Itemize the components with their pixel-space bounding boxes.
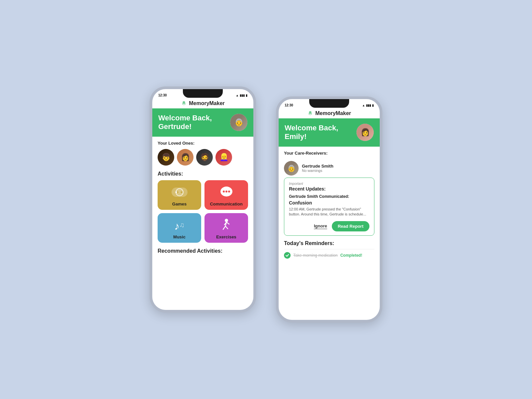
exercises-label: Exercises	[216, 234, 236, 239]
activity-card-exercises[interactable]: Exercises	[204, 213, 248, 243]
hero-avatar-emily[interactable]: 👩	[356, 124, 374, 141]
activity-card-communication[interactable]: Communication	[204, 180, 248, 210]
status-time-1: 12:30	[158, 93, 167, 97]
signal-icon-2: ▮▮▮	[366, 104, 371, 107]
hero-title-1: Welcome Back, Gertrude!	[158, 114, 212, 131]
games-icon-area	[170, 185, 190, 200]
care-receiver-info: Gertrude Smith No warnings	[302, 164, 333, 173]
svg-point-2	[184, 103, 186, 105]
svg-point-24	[309, 113, 310, 115]
status-time-2: 12:30	[285, 103, 293, 107]
signal-icon: ▮▮▮	[240, 94, 245, 97]
wifi-icon-2: ▲	[362, 104, 365, 107]
app-name-2: MemoryMaker	[315, 110, 351, 116]
svg-point-14	[228, 191, 230, 193]
app-logo-1	[181, 100, 187, 106]
read-report-button[interactable]: Read Report	[332, 221, 369, 231]
loved-ones-row: 👦 👩 🧔 👱‍♀️	[158, 149, 248, 166]
important-tag: Important	[289, 182, 369, 186]
walking-icon	[220, 218, 233, 232]
ignore-button[interactable]: Ignore	[314, 223, 327, 229]
svg-line-20	[225, 226, 228, 229]
phone-screen-1: Welcome Back, Gertrude! 👵 Your Loved One…	[152, 108, 253, 310]
svg-line-19	[223, 226, 225, 229]
recommended-label: Recommended Activities:	[158, 248, 248, 254]
music-label: Music	[173, 234, 186, 239]
music-icon: ♪ ♫	[172, 218, 187, 232]
loved-one-2[interactable]: 👩	[177, 149, 194, 166]
hero-header-2: Welcome Back, Emily! 👩	[279, 118, 380, 147]
scroll-content-2: Your Care-Receivers: 👵 Gertrude Smith No…	[279, 147, 380, 320]
phone-gertrude: 12:30 ▲ ▮▮▮ ▮ MemoryMaker Welcome Back, …	[150, 86, 256, 313]
card-actions: Ignore Read Report	[289, 221, 369, 231]
reminders-label: Today's Reminders:	[284, 240, 374, 246]
app-bar-2: MemoryMaker	[279, 108, 380, 118]
recent-updates-title: Recent Updates:	[289, 186, 369, 192]
communication-icon-area	[216, 185, 236, 200]
activity-card-music[interactable]: ♪ ♫ Music	[158, 213, 201, 243]
phone-emily: 12:30 ▲ ▮▮▮ ▮ MemoryMaker Welcome Back, …	[276, 96, 382, 323]
update-sender: Gertrude Smith Communicated:	[289, 194, 369, 199]
loved-one-1[interactable]: 👦	[158, 149, 174, 166]
svg-line-22	[226, 222, 229, 224]
loved-one-3[interactable]: 🧔	[196, 149, 213, 166]
hero-header-1: Welcome Back, Gertrude! 👵	[152, 108, 253, 137]
reminder-completed-badge: Completed!	[340, 253, 362, 258]
phone-notch	[183, 89, 223, 98]
svg-point-25	[311, 113, 312, 115]
svg-point-1	[182, 103, 184, 105]
update-desc: 12:00 AM, Gertrude pressed the "Confusio…	[289, 207, 369, 217]
care-receiver-name: Gertrude Smith	[302, 164, 333, 169]
svg-point-17	[225, 219, 228, 222]
app-bar-1: MemoryMaker	[152, 98, 253, 108]
hero-title-2: Welcome Back, Emily!	[285, 124, 338, 141]
svg-point-12	[223, 191, 225, 193]
music-icon-area: ♪ ♫	[170, 218, 190, 232]
svg-text:♫: ♫	[180, 221, 185, 228]
reminder-check-icon	[284, 252, 291, 259]
battery-icon-2: ▮	[372, 104, 374, 107]
update-event-title: Confusion	[289, 200, 369, 205]
communication-label: Communication	[210, 201, 242, 206]
care-receiver-row[interactable]: 👵 Gertrude Smith No warnings	[284, 159, 374, 178]
phone-screen-2: Welcome Back, Emily! 👩 Your Care-Receive…	[279, 118, 380, 320]
app-name-1: MemoryMaker	[189, 100, 225, 106]
care-receiver-status: No warnings	[302, 169, 333, 173]
activity-card-games[interactable]: Games	[158, 180, 201, 210]
wifi-icon: ▲	[236, 94, 239, 97]
svg-text:♪: ♪	[174, 220, 180, 232]
battery-icon: ▮	[246, 94, 247, 97]
check-icon	[285, 253, 289, 257]
svg-point-13	[225, 191, 227, 193]
loved-ones-label: Your Loved Ones:	[158, 141, 248, 146]
care-receivers-label: Your Care-Receivers:	[284, 151, 374, 156]
status-icons-2: ▲ ▮▮▮ ▮	[362, 104, 374, 107]
scroll-content-1: Your Loved Ones: 👦 👩 🧔 👱‍♀️ Activities:	[152, 137, 253, 310]
games-label: Games	[172, 201, 187, 206]
svg-point-26	[310, 114, 311, 115]
reminder-row: Take morning medication Completed!	[284, 249, 374, 261]
important-card: Important Recent Updates: Gertrude Smith…	[284, 178, 374, 236]
svg-point-7	[181, 191, 182, 193]
chat-icon	[219, 186, 234, 199]
activities-grid: Games Communication	[158, 180, 248, 243]
care-receiver-avatar: 👵	[284, 161, 299, 176]
svg-point-3	[184, 104, 185, 105]
status-icons-1: ▲ ▮▮▮ ▮	[236, 94, 247, 97]
exercises-icon-area	[216, 218, 236, 232]
phone-notch-2	[309, 99, 349, 108]
hero-avatar-gertrude[interactable]: 👵	[230, 114, 247, 131]
activities-label: Activities:	[158, 171, 248, 177]
loved-one-4[interactable]: 👱‍♀️	[215, 149, 232, 166]
reminder-text: Take morning medication	[293, 253, 337, 258]
gamepad-icon	[171, 186, 188, 198]
app-logo-2	[307, 110, 313, 116]
